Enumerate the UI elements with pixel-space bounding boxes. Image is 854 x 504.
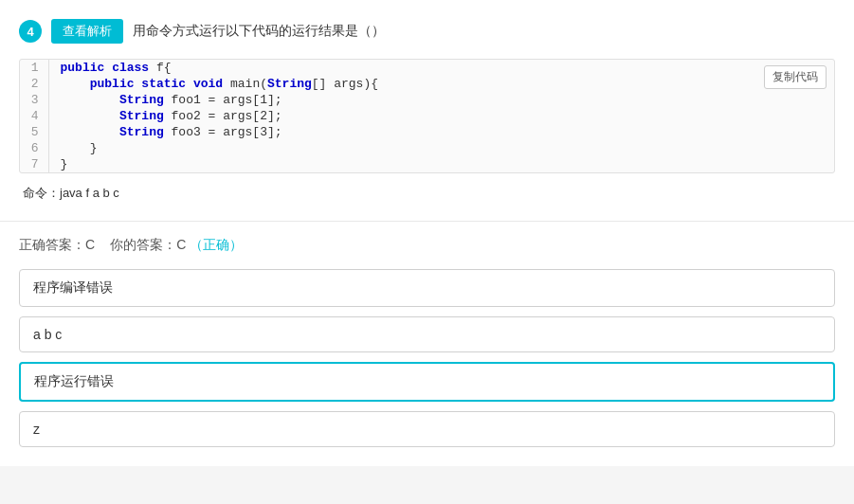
analyze-button[interactable]: 查看解析: [51, 19, 123, 44]
answer-section: 正确答案：C 你的答案：C （正确） 程序编译错误a b c程序运行错误z: [0, 237, 854, 466]
correct-value: C: [85, 237, 95, 252]
line-number: 7: [20, 156, 48, 172]
correct-answer-text: 正确答案：C: [19, 237, 95, 254]
code-line: 6 }: [20, 140, 834, 156]
option-item-a[interactable]: 程序编译错误: [19, 269, 835, 307]
your-answer-text: 你的答案：C （正确）: [110, 237, 243, 254]
option-item-b[interactable]: a b c: [19, 316, 835, 352]
command-value: java f a b c: [60, 186, 119, 200]
command-line: 命令：java f a b c: [19, 185, 835, 202]
copy-code-button[interactable]: 复制代码: [764, 65, 827, 89]
line-content: String foo3 = args[3];: [48, 124, 834, 140]
code-table: 1public class f{2 public static void mai…: [20, 60, 834, 172]
line-content: public static void main(String[] args){: [48, 76, 834, 92]
your-answer-value: C: [176, 237, 186, 252]
answer-row: 正确答案：C 你的答案：C （正确）: [19, 237, 835, 254]
line-content: String foo1 = args[1];: [48, 92, 834, 108]
code-line: 7}: [20, 156, 834, 172]
correct-prefix: 正确答案：: [19, 237, 85, 252]
line-content: }: [48, 156, 834, 172]
option-item-d[interactable]: z: [19, 411, 835, 447]
options-list: 程序编译错误a b c程序运行错误z: [19, 269, 835, 447]
code-line: 1public class f{: [20, 60, 834, 76]
question-header: 4 查看解析 用命令方式运行以下代码的运行结果是（）: [19, 19, 835, 44]
line-number: 4: [20, 108, 48, 124]
line-number: 2: [20, 76, 48, 92]
line-number: 6: [20, 140, 48, 156]
line-number: 1: [20, 60, 48, 76]
question-section: 4 查看解析 用命令方式运行以下代码的运行结果是（） 复制代码 1public …: [0, 0, 854, 221]
question-text: 用命令方式运行以下代码的运行结果是（）: [133, 23, 385, 40]
line-content: }: [48, 140, 834, 156]
code-line: 2 public static void main(String[] args)…: [20, 76, 834, 92]
question-number: 4: [19, 20, 42, 43]
your-answer-status: （正确）: [190, 237, 243, 252]
your-prefix: 你的答案：: [110, 237, 176, 252]
line-content: String foo2 = args[2];: [48, 108, 834, 124]
command-label: 命令：: [23, 186, 60, 200]
code-line: 3 String foo1 = args[1];: [20, 92, 834, 108]
code-line: 5 String foo3 = args[3];: [20, 124, 834, 140]
line-number: 5: [20, 124, 48, 140]
divider: [0, 221, 854, 222]
code-line: 4 String foo2 = args[2];: [20, 108, 834, 124]
option-item-c[interactable]: 程序运行错误: [19, 362, 835, 402]
code-block: 复制代码 1public class f{2 public static voi…: [19, 59, 835, 173]
line-number: 3: [20, 92, 48, 108]
line-content: public class f{: [48, 60, 834, 76]
main-container: 4 查看解析 用命令方式运行以下代码的运行结果是（） 复制代码 1public …: [0, 0, 854, 466]
